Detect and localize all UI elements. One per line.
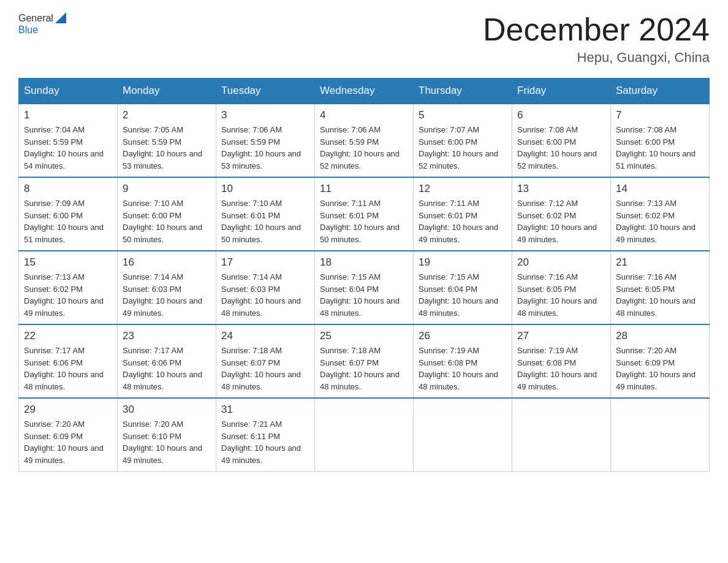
calendar-day-cell: 13 Sunrise: 7:12 AM Sunset: 6:02 PM Dayl…: [512, 177, 611, 251]
calendar-header-cell: Sunday: [19, 79, 118, 104]
day-number: 27: [517, 330, 605, 342]
day-number: 15: [24, 256, 112, 269]
day-number: 26: [419, 330, 507, 342]
calendar-day-cell: 4 Sunrise: 7:06 AM Sunset: 5:59 PM Dayli…: [315, 104, 414, 177]
day-number: 30: [123, 404, 211, 416]
day-info: Sunrise: 7:05 AM Sunset: 5:59 PM Dayligh…: [123, 124, 211, 172]
day-number: 10: [221, 183, 309, 195]
day-info: Sunrise: 7:13 AM Sunset: 6:02 PM Dayligh…: [24, 271, 112, 319]
calendar-day-cell: 17 Sunrise: 7:14 AM Sunset: 6:03 PM Dayl…: [216, 251, 315, 324]
month-title: December 2024: [483, 12, 710, 47]
calendar-day-cell: 1 Sunrise: 7:04 AM Sunset: 5:59 PM Dayli…: [19, 104, 118, 177]
calendar-day-cell: 6 Sunrise: 7:08 AM Sunset: 6:00 PM Dayli…: [512, 104, 611, 177]
day-info: Sunrise: 7:14 AM Sunset: 6:03 PM Dayligh…: [123, 271, 211, 319]
day-info: Sunrise: 7:20 AM Sunset: 6:09 PM Dayligh…: [24, 418, 112, 466]
calendar-day-cell: 10 Sunrise: 7:10 AM Sunset: 6:01 PM Dayl…: [216, 177, 315, 251]
day-number: 19: [419, 256, 507, 269]
calendar-day-cell: 26 Sunrise: 7:19 AM Sunset: 6:08 PM Dayl…: [414, 324, 512, 398]
calendar-day-cell: 9 Sunrise: 7:10 AM Sunset: 6:00 PM Dayli…: [118, 177, 216, 251]
calendar-day-cell: 18 Sunrise: 7:15 AM Sunset: 6:04 PM Dayl…: [315, 251, 414, 324]
calendar-table: SundayMondayTuesdayWednesdayThursdayFrid…: [18, 78, 710, 472]
calendar-header-cell: Friday: [512, 79, 611, 104]
day-number: 7: [616, 109, 704, 121]
day-info: Sunrise: 7:06 AM Sunset: 5:59 PM Dayligh…: [320, 124, 408, 172]
calendar-week-row: 1 Sunrise: 7:04 AM Sunset: 5:59 PM Dayli…: [19, 104, 710, 177]
calendar-day-cell: 14 Sunrise: 7:13 AM Sunset: 6:02 PM Dayl…: [611, 177, 710, 251]
day-number: 2: [123, 109, 211, 121]
day-info: Sunrise: 7:11 AM Sunset: 6:01 PM Dayligh…: [320, 197, 408, 245]
day-info: Sunrise: 7:13 AM Sunset: 6:02 PM Dayligh…: [616, 197, 704, 245]
calendar-week-row: 8 Sunrise: 7:09 AM Sunset: 6:00 PM Dayli…: [19, 177, 710, 251]
day-info: Sunrise: 7:18 AM Sunset: 6:07 PM Dayligh…: [320, 345, 408, 393]
calendar-week-row: 15 Sunrise: 7:13 AM Sunset: 6:02 PM Dayl…: [19, 251, 710, 324]
day-number: 17: [221, 256, 309, 269]
calendar-day-cell: 19 Sunrise: 7:15 AM Sunset: 6:04 PM Dayl…: [414, 251, 512, 324]
day-number: 9: [123, 183, 211, 195]
day-number: 11: [320, 183, 408, 195]
title-section: December 2024 Hepu, Guangxi, China: [483, 12, 710, 66]
calendar-day-cell: 5 Sunrise: 7:07 AM Sunset: 6:00 PM Dayli…: [414, 104, 512, 177]
day-info: Sunrise: 7:07 AM Sunset: 6:00 PM Dayligh…: [419, 124, 507, 172]
day-info: Sunrise: 7:20 AM Sunset: 6:09 PM Dayligh…: [616, 345, 704, 393]
day-info: Sunrise: 7:19 AM Sunset: 6:08 PM Dayligh…: [517, 345, 605, 393]
calendar-day-cell: [611, 398, 710, 472]
calendar-day-cell: 20 Sunrise: 7:16 AM Sunset: 6:05 PM Dayl…: [512, 251, 611, 324]
calendar-day-cell: 27 Sunrise: 7:19 AM Sunset: 6:08 PM Dayl…: [512, 324, 611, 398]
calendar-header-cell: Saturday: [611, 79, 710, 104]
day-number: 12: [419, 183, 507, 195]
day-info: Sunrise: 7:15 AM Sunset: 6:04 PM Dayligh…: [419, 271, 507, 319]
calendar-header-cell: Monday: [118, 79, 216, 104]
day-info: Sunrise: 7:09 AM Sunset: 6:00 PM Dayligh…: [24, 197, 112, 245]
calendar-day-cell: 28 Sunrise: 7:20 AM Sunset: 6:09 PM Dayl…: [611, 324, 710, 398]
day-info: Sunrise: 7:04 AM Sunset: 5:59 PM Dayligh…: [24, 124, 112, 172]
calendar-header-cell: Wednesday: [315, 79, 414, 104]
day-info: Sunrise: 7:11 AM Sunset: 6:01 PM Dayligh…: [419, 197, 507, 245]
day-number: 14: [616, 183, 704, 195]
location-title: Hepu, Guangxi, China: [483, 50, 710, 66]
day-info: Sunrise: 7:15 AM Sunset: 6:04 PM Dayligh…: [320, 271, 408, 319]
calendar-header-row: SundayMondayTuesdayWednesdayThursdayFrid…: [19, 79, 710, 104]
day-info: Sunrise: 7:12 AM Sunset: 6:02 PM Dayligh…: [517, 197, 605, 245]
calendar-day-cell: 30 Sunrise: 7:20 AM Sunset: 6:10 PM Dayl…: [118, 398, 216, 472]
day-info: Sunrise: 7:08 AM Sunset: 6:00 PM Dayligh…: [616, 124, 704, 172]
day-info: Sunrise: 7:06 AM Sunset: 5:59 PM Dayligh…: [221, 124, 309, 172]
calendar-day-cell: 31 Sunrise: 7:21 AM Sunset: 6:11 PM Dayl…: [216, 398, 315, 472]
day-number: 31: [221, 404, 309, 416]
logo-blue-text: Blue: [18, 25, 66, 36]
day-number: 28: [616, 330, 704, 342]
calendar-day-cell: 15 Sunrise: 7:13 AM Sunset: 6:02 PM Dayl…: [19, 251, 118, 324]
calendar-day-cell: 16 Sunrise: 7:14 AM Sunset: 6:03 PM Dayl…: [118, 251, 216, 324]
day-info: Sunrise: 7:10 AM Sunset: 6:01 PM Dayligh…: [221, 197, 309, 245]
day-number: 6: [517, 109, 605, 121]
day-number: 4: [320, 109, 408, 121]
day-number: 18: [320, 256, 408, 269]
logo: General Blue: [18, 12, 66, 36]
day-info: Sunrise: 7:10 AM Sunset: 6:00 PM Dayligh…: [123, 197, 211, 245]
calendar-header-cell: Thursday: [414, 79, 512, 104]
day-number: 29: [24, 404, 112, 416]
logo-triangle-icon: [55, 12, 66, 23]
calendar-day-cell: 11 Sunrise: 7:11 AM Sunset: 6:01 PM Dayl…: [315, 177, 414, 251]
day-info: Sunrise: 7:20 AM Sunset: 6:10 PM Dayligh…: [123, 418, 211, 466]
day-number: 1: [24, 109, 112, 121]
day-number: 20: [517, 256, 605, 269]
day-number: 21: [616, 256, 704, 269]
day-info: Sunrise: 7:17 AM Sunset: 6:06 PM Dayligh…: [123, 345, 211, 393]
calendar-day-cell: 2 Sunrise: 7:05 AM Sunset: 5:59 PM Dayli…: [118, 104, 216, 177]
day-number: 25: [320, 330, 408, 342]
day-number: 23: [123, 330, 211, 342]
day-number: 3: [221, 109, 309, 121]
calendar-day-cell: 12 Sunrise: 7:11 AM Sunset: 6:01 PM Dayl…: [414, 177, 512, 251]
day-info: Sunrise: 7:17 AM Sunset: 6:06 PM Dayligh…: [24, 345, 112, 393]
day-number: 24: [221, 330, 309, 342]
calendar-day-cell: 8 Sunrise: 7:09 AM Sunset: 6:00 PM Dayli…: [19, 177, 118, 251]
calendar-header-cell: Tuesday: [216, 79, 315, 104]
day-number: 8: [24, 183, 112, 195]
calendar-day-cell: 24 Sunrise: 7:18 AM Sunset: 6:07 PM Dayl…: [216, 324, 315, 398]
day-info: Sunrise: 7:18 AM Sunset: 6:07 PM Dayligh…: [221, 345, 309, 393]
day-info: Sunrise: 7:16 AM Sunset: 6:05 PM Dayligh…: [517, 271, 605, 319]
day-info: Sunrise: 7:19 AM Sunset: 6:08 PM Dayligh…: [419, 345, 507, 393]
day-number: 5: [419, 109, 507, 121]
calendar-day-cell: 25 Sunrise: 7:18 AM Sunset: 6:07 PM Dayl…: [315, 324, 414, 398]
day-info: Sunrise: 7:21 AM Sunset: 6:11 PM Dayligh…: [221, 418, 309, 466]
